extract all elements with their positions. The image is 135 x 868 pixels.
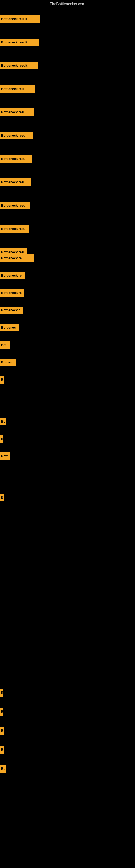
bottleneck-bar-13: Bottleneck re [0, 272, 26, 279]
bottleneck-bar-10: Bottleneck resu [0, 225, 29, 233]
bottleneck-bar-23: Bott [0, 453, 10, 460]
bottleneck-bar-2: Bottleneck result [0, 38, 39, 46]
bottleneck-bar-21: Bo [0, 418, 6, 425]
bottleneck-bar-4: Bottleneck resu [0, 85, 35, 93]
bottleneck-bar-15: Bottleneck r [0, 307, 23, 314]
bottleneck-bar-18: Bottlen [0, 359, 16, 366]
bottleneck-bar-34: B [0, 689, 3, 696]
bottleneck-bar-36: B [0, 727, 4, 735]
bottleneck-bar-17: Bot [0, 341, 10, 349]
bottleneck-bar-3: Bottleneck result [0, 62, 38, 69]
bottleneck-bar-22: B [0, 435, 3, 443]
bottleneck-bar-6: Bottleneck resu [0, 132, 33, 140]
bottleneck-bar-12: Bottleneck re [0, 254, 34, 262]
bottleneck-bar-37: B [0, 746, 4, 753]
bottleneck-bar-1: Bottleneck result [0, 15, 40, 23]
bottleneck-bar-14: Bottleneck re [0, 289, 24, 297]
bottleneck-bar-7: Bottleneck resu [0, 155, 32, 163]
bottleneck-bar-19: B [0, 376, 4, 383]
bottleneck-bar-9: Bottleneck resu [0, 202, 30, 209]
bottleneck-bar-38: Bo [0, 765, 6, 773]
site-title: TheBottlenecker.com [0, 0, 135, 8]
bottleneck-bar-25: B [0, 494, 4, 501]
bottleneck-bar-8: Bottleneck resu [0, 179, 31, 186]
bottleneck-bar-5: Bottleneck resu [0, 108, 34, 116]
bottleneck-bar-35: B [0, 708, 3, 716]
bottleneck-bar-16: Bottlenec [0, 324, 19, 332]
